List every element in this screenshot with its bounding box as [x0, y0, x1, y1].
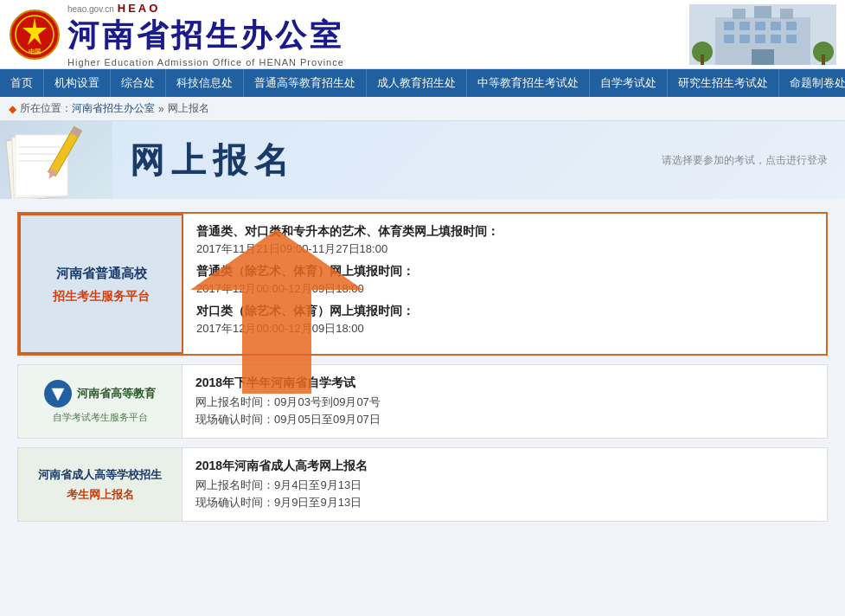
banner-subtitle: 请选择要参加的考试，点击进行登录: [662, 153, 828, 168]
svg-text:中国: 中国: [29, 48, 41, 55]
logo-heao: HEAO: [118, 2, 161, 15]
header-building: [689, 4, 836, 65]
banner: 网上报名 请选择要参加的考试，点击进行登录: [0, 121, 845, 199]
navbar-general[interactable]: 综合处: [111, 69, 166, 97]
logo-emblem: 中国: [9, 9, 61, 61]
card1-info2-title: 普通类（除艺术、体育）网上填报时间：: [196, 264, 813, 279]
card1-info3-title: 对口类（除艺术、体育）网上填报时间：: [196, 304, 813, 319]
svg-rect-15: [786, 35, 797, 43]
card1-right: 普通类、对口类和专升本的艺术、体育类网上填报时间： 2017年11月21日09:…: [183, 214, 826, 354]
svg-rect-23: [822, 55, 825, 65]
card1-info1-time: 2017年11月21日09:00-11月27日18:00: [196, 241, 813, 257]
card2-top-title: 河南省高等教育: [77, 386, 156, 401]
card2-logo-circle: [44, 380, 72, 407]
banner-decoration: [0, 121, 112, 199]
main-content: 河南省普通高校 招生考生服务平台 普通类、对口类和专升本的艺术、体育类网上填报时…: [0, 199, 845, 616]
svg-rect-21: [701, 55, 704, 65]
breadcrumb-sep: »: [158, 103, 164, 115]
logo-english: Higher Education Admission Office of HEN…: [67, 57, 344, 67]
card1-info1: 普通类、对口类和专升本的艺术、体育类网上填报时间： 2017年11月21日09:…: [196, 224, 813, 257]
card3-info-time1: 网上报名时间：9月4日至9月13日: [195, 478, 814, 493]
card1-info2-time: 2017年12月00:00-12月09日18:00: [196, 281, 813, 297]
banner-title: 网上报名: [130, 137, 296, 184]
card1-title: 河南省普通高校: [56, 263, 147, 284]
svg-rect-12: [739, 35, 750, 43]
breadcrumb-home[interactable]: 河南省招生办公室: [72, 101, 155, 116]
card2-info-time1: 网上报名时间：09月03号到09月07号: [195, 395, 814, 410]
navbar-adult[interactable]: 成人教育招生处: [367, 69, 467, 97]
navbar-middle[interactable]: 中等教育招生考试处: [467, 69, 590, 97]
svg-rect-6: [724, 22, 734, 30]
svg-rect-8: [755, 22, 765, 30]
navbar: 首页 机构设置 综合处 科技信息处 普通高等教育招生处 成人教育招生处 中等教育…: [0, 69, 845, 97]
card3-info-time2: 现场确认时间：9月9日至9月13日: [195, 495, 814, 510]
navbar-exam[interactable]: 命题制卷处: [779, 69, 845, 97]
card3[interactable]: 河南省成人高等学校招生 考生网上报名 2018年河南省成人高考网上报名 网上报名…: [17, 447, 828, 522]
svg-rect-16: [733, 9, 746, 19]
logo-chinese: 河南省招生办公室: [67, 15, 344, 57]
card2[interactable]: 河南省高等教育 自学考试考生服务平台 2018年下半年河南省自学考试 网上报名时…: [17, 364, 828, 439]
navbar-graduate[interactable]: 研究生招生考试处: [668, 69, 779, 97]
card1-info1-title: 普通类、对口类和专升本的艺术、体育类网上填报时间：: [196, 224, 813, 240]
card3-top-title: 河南省成人高等学校招生: [38, 466, 162, 484]
breadcrumb-arrow: ◆: [9, 103, 16, 115]
breadcrumb-current: 网上报名: [168, 101, 209, 116]
svg-rect-19: [752, 49, 774, 65]
card2-info-title: 2018年下半年河南省自学考试: [195, 375, 814, 391]
svg-rect-14: [771, 35, 781, 43]
card1-info3: 对口类（除艺术、体育）网上填报时间： 2017年12月00:00-12月09日1…: [196, 304, 813, 337]
svg-rect-11: [724, 35, 734, 43]
card1-subtitle: 招生考生服务平台: [53, 289, 150, 305]
card1-left[interactable]: 河南省普通高校 招生考生服务平台: [19, 214, 183, 354]
card2-right: 2018年下半年河南省自学考试 网上报名时间：09月03号到09月07号 现场确…: [182, 365, 827, 438]
card3-right: 2018年河南省成人高考网上报名 网上报名时间：9月4日至9月13日 现场确认时…: [182, 448, 827, 521]
card1-info2: 普通类（除艺术、体育）网上填报时间： 2017年12月00:00-12月09日1…: [196, 264, 813, 297]
card2-left: 河南省高等教育 自学考试考生服务平台: [18, 365, 182, 438]
svg-rect-9: [771, 22, 781, 30]
navbar-home[interactable]: 首页: [0, 69, 44, 97]
card3-bottom-title: 考生网上报名: [67, 487, 134, 503]
header: 中国 heao.gov.cn HEAO 河南省招生办公室 Higher Educ…: [0, 0, 845, 69]
breadcrumb-prefix: 所在位置：: [20, 101, 72, 116]
card1[interactable]: 河南省普通高校 招生考生服务平台 普通类、对口类和专升本的艺术、体育类网上填报时…: [17, 212, 828, 356]
logo-site-label: heao.gov.cn: [67, 4, 114, 14]
svg-rect-10: [786, 22, 797, 30]
svg-rect-18: [780, 9, 793, 19]
card2-info-time2: 现场确认时间：09月05日至09月07日: [195, 412, 814, 427]
svg-rect-13: [755, 35, 765, 43]
card3-left: 河南省成人高等学校招生 考生网上报名: [18, 448, 182, 521]
svg-rect-7: [739, 22, 750, 30]
card1-container: 河南省普通高校 招生考生服务平台 普通类、对口类和专升本的艺术、体育类网上填报时…: [17, 212, 828, 356]
svg-rect-17: [754, 6, 771, 18]
card2-bottom-title: 自学考试考生服务平台: [53, 411, 148, 424]
breadcrumb: ◆ 所在位置： 河南省招生办公室 » 网上报名: [0, 97, 845, 121]
logo-text-block: heao.gov.cn HEAO 河南省招生办公室 Higher Educati…: [67, 2, 344, 67]
navbar-tech[interactable]: 科技信息处: [166, 69, 244, 97]
navbar-higher[interactable]: 普通高等教育招生处: [244, 69, 367, 97]
navbar-self[interactable]: 自学考试处: [590, 69, 668, 97]
navbar-org[interactable]: 机构设置: [44, 69, 111, 97]
card1-info3-time: 2017年12月00:00-12月09日18:00: [196, 321, 813, 337]
card3-info-title: 2018年河南省成人高考网上报名: [195, 459, 814, 474]
